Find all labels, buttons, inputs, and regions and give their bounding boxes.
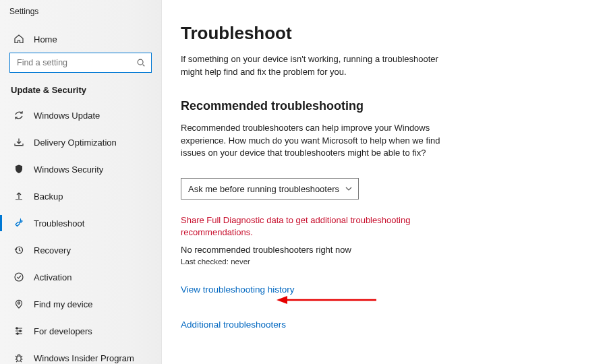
svg-point-3 [18,302,20,304]
sidebar-item-windows-security[interactable]: Windows Security [0,156,161,183]
bug-icon [13,353,24,363]
wrench-icon [13,218,24,229]
recommended-desc: Recommended troubleshooters can help imp… [181,122,451,160]
sidebar-item-for-developers[interactable]: For developers [0,317,161,344]
search-field[interactable] [16,57,136,68]
sidebar-item-label: Windows Security [34,164,103,175]
svg-marker-9 [277,296,287,304]
sidebar-item-find-my-device[interactable]: Find my device [0,291,161,317]
sidebar-item-label: Windows Update [34,111,100,121]
svg-point-4 [16,328,18,329]
checkmark-icon [13,272,24,282]
sidebar-item-label: Windows Insider Program [34,353,134,363]
sidebar-item-label: Backup [34,191,63,202]
link-additional-troubleshooters[interactable]: Additional troubleshooters [181,320,286,330]
clock-icon [13,245,24,255]
nav-home-label: Home [34,34,57,44]
location-icon [13,299,24,309]
download-icon [13,137,24,148]
intro-text: If something on your device isn't workin… [181,53,451,79]
search-icon [136,58,146,67]
nav-home[interactable]: Home [0,26,161,53]
last-checked-text: Last checked: never [181,257,580,266]
svg-point-7 [17,356,21,361]
sidebar-item-label: Troubleshoot [34,218,84,229]
shield-icon [13,164,24,175]
sliders-icon [13,326,24,336]
page-title: Troubleshoot [181,23,580,44]
sidebar-item-troubleshoot[interactable]: Troubleshoot [0,210,161,237]
svg-point-2 [15,273,23,281]
recommended-heading: Recommended troubleshooting [181,99,580,113]
category-title: Update & Security [0,81,161,102]
settings-app: Settings Home Update & Security Windows … [0,0,607,364]
svg-point-6 [17,333,18,334]
home-icon [13,34,24,44]
sidebar-item-backup[interactable]: Backup [0,183,161,210]
sidebar-item-label: Activation [34,272,71,282]
upload-icon [13,191,24,202]
main-content: Troubleshoot If something on your device… [162,0,607,364]
svg-point-5 [20,330,21,332]
chevron-down-icon [345,185,353,193]
search-input[interactable] [9,53,152,73]
sidebar-item-label: Find my device [34,299,92,309]
sidebar-item-label: Delivery Optimization [34,138,117,148]
window-title: Settings [0,0,161,26]
no-recommendations-text: No recommended troubleshooters right now [181,245,580,255]
sync-icon [13,110,24,121]
sidebar-item-delivery-optimization[interactable]: Delivery Optimization [0,129,161,156]
sidebar-item-label: Recovery [34,245,71,255]
link-view-history[interactable]: View troubleshooting history [181,284,295,295]
sidebar-item-windows-insider[interactable]: Windows Insider Program [0,344,161,364]
dropdown-value: Ask me before running troubleshooters [188,184,339,194]
sidebar: Settings Home Update & Security Windows … [0,0,162,364]
diagnostic-warning: Share Full Diagnostic data to get additi… [181,214,437,239]
sidebar-item-windows-update[interactable]: Windows Update [0,102,161,129]
sidebar-item-recovery[interactable]: Recovery [0,237,161,264]
svg-point-0 [138,59,143,65]
sidebar-item-label: For developers [34,326,92,336]
recommendation-level-dropdown[interactable]: Ask me before running troubleshooters [181,178,359,200]
sidebar-item-activation[interactable]: Activation [0,264,161,291]
